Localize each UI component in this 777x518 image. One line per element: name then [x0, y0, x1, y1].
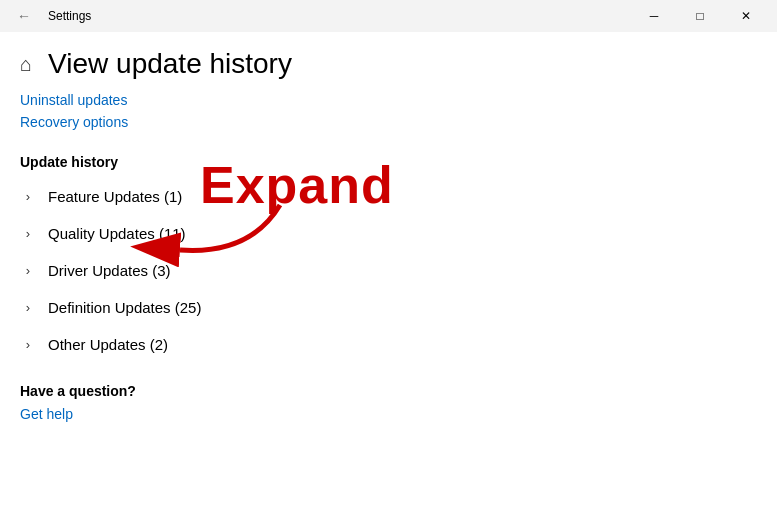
page-title: View update history — [48, 48, 292, 80]
question-title: Have a question? — [20, 383, 757, 399]
window-title: Settings — [48, 9, 91, 23]
maximize-button[interactable]: □ — [677, 0, 723, 32]
home-icon: ⌂ — [20, 53, 32, 76]
feature-updates-label: Feature Updates (1) — [48, 188, 182, 205]
window-controls: ─ □ ✕ — [631, 0, 769, 32]
quality-updates-item[interactable]: › Quality Updates (11) — [0, 215, 777, 252]
chevron-icon: › — [20, 263, 36, 278]
other-updates-label: Other Updates (2) — [48, 336, 168, 353]
get-help-link[interactable]: Get help — [20, 406, 73, 422]
uninstall-updates-link[interactable]: Uninstall updates — [20, 92, 757, 108]
update-list: › Feature Updates (1) › Quality Updates … — [0, 178, 777, 363]
recovery-options-link[interactable]: Recovery options — [20, 114, 757, 130]
links-section: Uninstall updates Recovery options — [0, 88, 777, 142]
feature-updates-item[interactable]: › Feature Updates (1) — [0, 178, 777, 215]
driver-updates-label: Driver Updates (3) — [48, 262, 171, 279]
minimize-button[interactable]: ─ — [631, 0, 677, 32]
page-content: ⌂ View update history Uninstall updates … — [0, 32, 777, 518]
chevron-icon: › — [20, 337, 36, 352]
chevron-icon: › — [20, 300, 36, 315]
update-history-section-title: Update history — [0, 142, 777, 178]
other-updates-item[interactable]: › Other Updates (2) — [0, 326, 777, 363]
driver-updates-item[interactable]: › Driver Updates (3) — [0, 252, 777, 289]
chevron-icon: › — [20, 226, 36, 241]
question-section: Have a question? Get help — [0, 363, 777, 431]
title-bar-left: ← Settings — [8, 0, 91, 32]
definition-updates-label: Definition Updates (25) — [48, 299, 201, 316]
page-header: ⌂ View update history — [0, 32, 777, 88]
close-button[interactable]: ✕ — [723, 0, 769, 32]
title-bar: ← Settings ─ □ ✕ — [0, 0, 777, 32]
definition-updates-item[interactable]: › Definition Updates (25) — [0, 289, 777, 326]
chevron-icon: › — [20, 189, 36, 204]
quality-updates-label: Quality Updates (11) — [48, 225, 186, 242]
back-button[interactable]: ← — [8, 0, 40, 32]
